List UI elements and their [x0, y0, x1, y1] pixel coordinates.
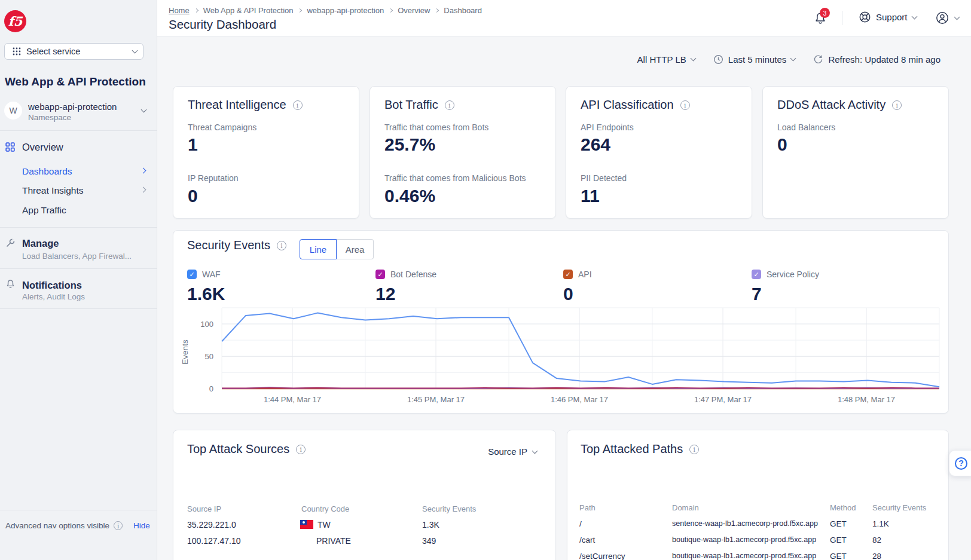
page-title: Security Dashboard: [169, 17, 276, 32]
breadcrumb: Home Web App & API Protection webapp-api…: [169, 6, 482, 15]
divider: [0, 308, 157, 309]
info-icon[interactable]: i: [689, 445, 699, 454]
column-header: Source IP: [187, 504, 221, 513]
wrench-icon: [5, 238, 16, 248]
group-by-dropdown[interactable]: Source IP: [488, 446, 537, 457]
sidebar-item-dashboards[interactable]: Dashboards: [22, 166, 72, 177]
time-range-label: Last 5 minutes: [728, 54, 787, 65]
select-service-dropdown[interactable]: Select service: [4, 43, 143, 60]
svg-text:50: 50: [205, 352, 213, 361]
divider: [0, 510, 157, 510]
waf-checkbox[interactable]: ✓: [187, 270, 197, 279]
sidebar: f5 Select service Web App & API Protecti…: [0, 0, 157, 560]
support-menu[interactable]: Support: [859, 11, 917, 23]
metric-label: IP Reputation: [188, 173, 239, 183]
user-icon: [935, 11, 949, 25]
metric-label: PII Detected: [581, 173, 627, 183]
breadcrumb-separator-icon: [435, 8, 439, 13]
time-range-dropdown[interactable]: Last 5 minutes: [713, 54, 796, 65]
events-cell: 82: [872, 535, 881, 544]
namespace-avatar: W: [4, 102, 22, 120]
notification-badge: 3: [820, 8, 830, 18]
legend-label: Bot Defense: [390, 270, 436, 279]
divider: [0, 130, 157, 131]
breadcrumb-separator-icon: [298, 8, 302, 13]
lb-filter-label: All HTTP LB: [637, 54, 686, 65]
events-cell: 349: [422, 536, 436, 546]
sidebar-item-threat-insights[interactable]: Threat Insights: [22, 185, 84, 196]
product-title: Web App & API Protection: [5, 75, 146, 88]
column-header: Path: [579, 503, 596, 512]
metric-label: Threat Campaigns: [188, 123, 257, 132]
info-icon[interactable]: i: [892, 100, 902, 110]
breadcrumb-item: Dashboard: [444, 6, 482, 15]
account-menu[interactable]: [935, 11, 959, 25]
svg-text:100: 100: [200, 320, 213, 329]
card-title: Top Attack Sources: [187, 442, 289, 456]
api-checkbox[interactable]: ✓: [563, 270, 573, 279]
f5-logo[interactable]: f5: [4, 10, 26, 32]
source-ip-cell[interactable]: 35.229.221.0: [187, 520, 236, 530]
breadcrumb-separator-icon: [194, 8, 199, 13]
info-icon: i: [114, 521, 123, 530]
breadcrumb-item[interactable]: Web App & API Protection: [203, 6, 294, 15]
path-cell[interactable]: /setCurrency: [579, 552, 625, 560]
advanced-nav-label: Advanced nav options visible: [5, 521, 109, 530]
info-icon[interactable]: i: [293, 100, 303, 110]
metric-label: Load Balancers: [777, 123, 835, 132]
source-ip-cell[interactable]: 100.127.47.10: [187, 536, 241, 546]
metric-value: 0: [188, 186, 198, 206]
events-cell: 1.3K: [422, 520, 439, 530]
metric-value: 264: [581, 134, 610, 155]
path-cell[interactable]: /: [579, 519, 582, 528]
help-button[interactable]: ?: [949, 450, 971, 476]
security-events-chart: 0501001:44 PM, Mar 171:45 PM, Mar 171:46…: [173, 299, 949, 410]
path-cell[interactable]: /cart: [579, 535, 595, 544]
sidebar-item-notifications[interactable]: Notifications: [22, 280, 82, 291]
column-header: Security Events: [422, 504, 476, 513]
svg-text:1:46 PM, Mar 17: 1:46 PM, Mar 17: [551, 395, 608, 404]
top-attack-sources-card: Top Attack Sourcesi Source IP Source IP …: [173, 430, 556, 560]
card-title: DDoS Attack Activity: [777, 98, 885, 112]
column-header: Domain: [672, 503, 699, 512]
sidebar-item-app-traffic[interactable]: App Traffic: [22, 205, 66, 216]
ddos-attack-activity-card: DDoS Attack Activityi Load Balancers 0: [762, 86, 949, 219]
refresh-button[interactable]: Refresh: Updated 8 min ago: [813, 54, 941, 65]
metric-label: Traffic that comes from Bots: [384, 123, 488, 132]
metric-value: 1: [188, 134, 198, 155]
info-icon[interactable]: i: [296, 445, 306, 454]
domain-cell: boutique-waap-lb1.acmecorp-prod.f5xc.app: [672, 535, 816, 544]
metric-value: 0.46%: [384, 186, 435, 206]
service-policy-checkbox[interactable]: ✓: [752, 270, 761, 279]
notifications-subtitle: Alerts, Audit Logs: [22, 292, 85, 301]
breadcrumb-item[interactable]: webapp-api-protection: [307, 6, 384, 15]
lb-filter-dropdown[interactable]: All HTTP LB: [637, 54, 695, 65]
toggle-area-button[interactable]: Area: [337, 239, 374, 259]
svg-text:1:47 PM, Mar 17: 1:47 PM, Mar 17: [694, 395, 752, 404]
events-cell: 1.1K: [872, 519, 889, 528]
chevron-right-icon: [141, 168, 146, 174]
bot-defense-checkbox[interactable]: ✓: [375, 270, 385, 279]
breadcrumb-item[interactable]: Overview: [398, 6, 430, 15]
info-icon[interactable]: i: [680, 100, 690, 110]
metric-value: 11: [581, 186, 600, 206]
divider: [0, 268, 157, 269]
metric-value: 0: [777, 134, 787, 155]
metric-label: Traffic that comes from Malicious Bots: [384, 173, 526, 183]
events-cell: 28: [872, 552, 881, 560]
breadcrumb-home[interactable]: Home: [169, 6, 190, 15]
method-cell: GET: [830, 552, 847, 560]
hide-link[interactable]: Hide: [133, 521, 150, 530]
svg-text:1:48 PM, Mar 17: 1:48 PM, Mar 17: [838, 395, 895, 404]
divider: [0, 227, 157, 228]
sidebar-item-overview[interactable]: Overview: [22, 142, 63, 153]
namespace-chevron-icon[interactable]: [141, 107, 147, 113]
info-icon[interactable]: i: [277, 241, 286, 250]
sidebar-item-manage[interactable]: Manage: [22, 238, 59, 249]
domain-cell: sentence-waap-lb1.acmecorp-prod.f5xc.app: [672, 519, 818, 528]
info-icon[interactable]: i: [445, 100, 454, 110]
toggle-line-button[interactable]: Line: [300, 239, 337, 259]
apps-grid-icon: [13, 47, 21, 56]
card-title: Top Attacked Paths: [581, 442, 683, 456]
card-title: Bot Traffic: [384, 98, 438, 112]
